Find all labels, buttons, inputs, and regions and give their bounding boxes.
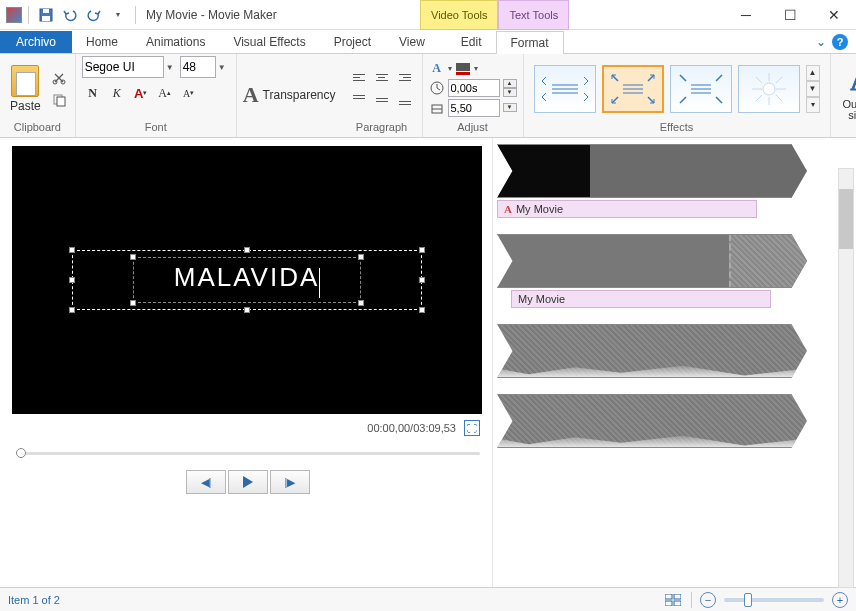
maximize-button[interactable]: ☐ [768,0,812,30]
tab-edit[interactable]: Edit [447,31,496,53]
chevron-down-icon[interactable]: ▼ [166,63,178,72]
effect-scroll-in[interactable] [534,65,596,113]
group-transparency: A Transparency [237,54,342,137]
zoom-thumb[interactable] [744,593,752,607]
effect-zoom-out[interactable] [670,65,732,113]
gallery-expand[interactable]: ▾ [806,97,820,113]
svg-rect-31 [665,601,672,606]
resize-handle[interactable] [358,254,364,260]
resize-handle[interactable] [358,300,364,306]
fullscreen-button[interactable]: ⛶ [464,420,480,436]
effect-zoom-in[interactable] [602,65,664,113]
redo-button[interactable] [83,4,105,26]
tab-project[interactable]: Project [320,31,385,53]
align-center-button[interactable] [371,66,393,88]
align-top-button[interactable] [348,89,370,111]
ribbon-collapse-button[interactable]: ⌄ [816,35,826,49]
scrollbar-thumb[interactable] [839,189,853,249]
grow-font-button[interactable]: A▴ [154,82,176,104]
clip-text-label[interactable]: AMy Movie [497,200,757,218]
group-effects: ▲ ▼ ▾ Effects [524,54,831,137]
effect-flare[interactable] [738,65,800,113]
play-button[interactable] [228,470,268,494]
resize-handle[interactable] [419,247,425,253]
resize-handle[interactable] [69,277,75,283]
chevron-down-icon[interactable]: ▼ [218,63,230,72]
font-size-select[interactable] [180,56,216,78]
timeline-clip[interactable] [497,324,852,378]
status-bar: Item 1 of 2 − + [0,587,856,611]
resize-handle[interactable] [244,307,250,313]
tab-view[interactable]: View [385,31,439,53]
vertical-scrollbar[interactable] [838,168,854,588]
zoom-slider[interactable] [724,598,824,602]
bold-button[interactable]: N [82,82,104,104]
zoom-in-button[interactable]: + [832,592,848,608]
duration-input[interactable] [448,99,500,117]
transparency-button[interactable]: Transparency [263,88,336,102]
seek-bar[interactable] [12,446,484,460]
cut-button[interactable] [49,68,69,88]
svg-rect-1 [42,16,50,21]
font-name-select[interactable] [82,56,164,78]
qat-customize-button[interactable]: ▾ [107,4,129,26]
copy-button[interactable] [49,90,69,110]
svg-rect-29 [665,594,672,599]
zoom-out-button[interactable]: − [700,592,716,608]
resize-handle[interactable] [69,307,75,313]
group-paragraph: Paragraph [342,54,423,137]
timeline-clip[interactable] [497,394,852,448]
resize-handle[interactable] [130,254,136,260]
timeline-clip[interactable]: My Movie [497,234,852,308]
shrink-font-button[interactable]: A▾ [178,82,200,104]
resize-handle[interactable] [130,300,136,306]
timeline-pane: AMy Movie My Movie [492,138,856,587]
quick-access-toolbar: ▾ [31,4,133,26]
svg-rect-7 [456,63,470,71]
tab-format[interactable]: Format [496,31,564,54]
main-area: MALAVIDA 00:00,00/03:09,53 ⛶ ◀| |▶ AMy M… [0,138,856,587]
video-preview[interactable]: MALAVIDA [12,146,482,414]
group-adjust: A ▾ ▾ ▲▼ ▼ Adjust [423,54,524,137]
edit-text-button[interactable]: A [429,61,445,77]
spin-up-button[interactable]: ▲ [503,79,517,88]
tab-file[interactable]: Archivo [0,31,72,53]
seek-thumb[interactable] [16,448,26,458]
gallery-scroll-up[interactable]: ▲ [806,65,820,81]
minimize-button[interactable]: ─ [724,0,768,30]
svg-line-28 [756,95,762,101]
resize-handle[interactable] [244,247,250,253]
align-bottom-button[interactable] [394,89,416,111]
dropdown-button[interactable]: ▼ [503,103,517,112]
title-text-content[interactable]: MALAVIDA [174,262,320,292]
align-right-button[interactable] [394,66,416,88]
tab-visual-effects[interactable]: Visual Effects [219,31,319,53]
help-icon[interactable]: ? [832,34,848,50]
thumbnail-view-button[interactable] [663,592,683,608]
undo-button[interactable] [59,4,81,26]
svg-point-20 [763,83,775,95]
align-left-button[interactable] [348,66,370,88]
resize-handle[interactable] [419,307,425,313]
prev-frame-button[interactable]: ◀| [186,470,226,494]
spin-down-button[interactable]: ▼ [503,88,517,97]
start-time-input[interactable] [448,79,500,97]
resize-handle[interactable] [69,247,75,253]
italic-button[interactable]: K [106,82,128,104]
clip-text-label[interactable]: My Movie [511,290,771,308]
outline-size-button[interactable]: A Outline size▾ [837,65,857,124]
tab-home[interactable]: Home [72,31,132,53]
tab-animations[interactable]: Animations [132,31,219,53]
background-color-button[interactable] [455,61,471,77]
group-paragraph-label: Paragraph [348,121,416,135]
font-color-button[interactable]: A▾ [130,82,152,104]
resize-handle[interactable] [419,277,425,283]
close-button[interactable]: ✕ [812,0,856,30]
timeline-clip[interactable]: AMy Movie [497,144,852,218]
save-button[interactable] [35,4,57,26]
gallery-scroll-down[interactable]: ▼ [806,81,820,97]
align-middle-button[interactable] [371,89,393,111]
next-frame-button[interactable]: |▶ [270,470,310,494]
text-box-selection[interactable]: MALAVIDA [72,250,422,310]
paste-button[interactable]: Paste [6,63,45,115]
